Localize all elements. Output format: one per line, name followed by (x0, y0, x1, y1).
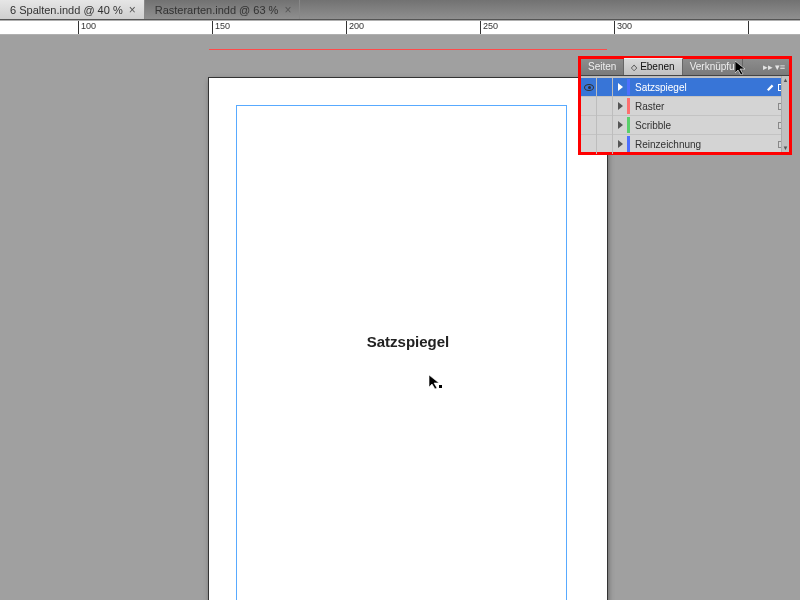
text-frame[interactable] (236, 105, 567, 600)
lock-toggle[interactable] (597, 135, 613, 154)
page-text[interactable]: Satzspiegel (209, 333, 607, 350)
layer-color-swatch (627, 79, 630, 95)
panel-tab-seiten[interactable]: Seiten (581, 59, 624, 75)
visibility-toggle[interactable] (581, 135, 597, 154)
close-icon[interactable]: × (129, 4, 136, 16)
lock-toggle[interactable] (597, 78, 613, 97)
visibility-toggle[interactable] (581, 116, 597, 135)
layer-row-reinzeichnung[interactable]: Reinzeichnung (581, 134, 789, 153)
document-tab-6spalten[interactable]: 6 Spalten.indd @ 40 % × (0, 0, 145, 19)
panel-tab-bar: Seiten ◇ Ebenen Verknüpfu ▸▸ ▾≡ (581, 59, 789, 76)
ruler-mark: 200 (347, 21, 377, 31)
layers-list: Satzspiegel Raster Scribble Reinzeichnun… (581, 76, 789, 152)
document-page[interactable]: Satzspiegel (209, 78, 607, 600)
ruler-mark: 100 (79, 21, 109, 31)
ruler-mark: 250 (481, 21, 511, 31)
document-tab-rasterarten[interactable]: Rasterarten.indd @ 63 % × (145, 0, 301, 19)
ruler-mark: 300 (615, 21, 645, 31)
panel-scrollbar[interactable]: ▲ ▼ (781, 76, 789, 152)
lock-toggle[interactable] (597, 116, 613, 135)
bleed-line (209, 49, 607, 50)
layer-row-scribble[interactable]: Scribble (581, 115, 789, 134)
close-icon[interactable]: × (284, 4, 291, 16)
horizontal-ruler[interactable]: 100 150 200 250 300 (0, 20, 800, 35)
layer-name: Scribble (635, 120, 778, 131)
visibility-toggle[interactable] (581, 78, 597, 97)
pen-icon (767, 83, 775, 91)
panel-tab-label: Ebenen (640, 61, 674, 72)
layers-panel: Seiten ◇ Ebenen Verknüpfu ▸▸ ▾≡ Satzspie… (578, 56, 792, 155)
eye-icon (584, 84, 594, 91)
layer-color-swatch (627, 98, 630, 114)
panel-menu-icon[interactable]: ▾≡ (775, 60, 785, 74)
scroll-up-icon[interactable]: ▲ (782, 76, 789, 84)
scroll-down-icon[interactable]: ▼ (782, 144, 789, 152)
ruler-mark: 150 (213, 21, 243, 31)
disclosure-icon[interactable] (618, 140, 623, 148)
collapse-icon[interactable]: ▸▸ (763, 60, 773, 74)
document-tab-label: Rasterarten.indd @ 63 % (155, 4, 279, 16)
layer-color-swatch (627, 117, 630, 133)
panel-controls: ▸▸ ▾≡ (763, 59, 789, 75)
lock-toggle[interactable] (597, 97, 613, 116)
panel-tab-ebenen[interactable]: ◇ Ebenen (624, 58, 682, 75)
layer-name: Satzspiegel (635, 82, 767, 93)
layer-name: Reinzeichnung (635, 139, 778, 150)
visibility-toggle[interactable] (581, 97, 597, 116)
layer-row-satzspiegel[interactable]: Satzspiegel (581, 77, 789, 96)
document-tab-label: 6 Spalten.indd @ 40 % (10, 4, 123, 16)
document-tab-bar: 6 Spalten.indd @ 40 % × Rasterarten.indd… (0, 0, 800, 20)
disclosure-icon[interactable] (618, 102, 623, 110)
disclosure-icon[interactable] (618, 121, 623, 129)
layer-color-swatch (627, 136, 630, 152)
panel-tab-verknuepfungen[interactable]: Verknüpfu (683, 59, 743, 75)
disclosure-icon[interactable] (618, 83, 623, 91)
layer-name: Raster (635, 101, 778, 112)
layer-row-raster[interactable]: Raster (581, 96, 789, 115)
